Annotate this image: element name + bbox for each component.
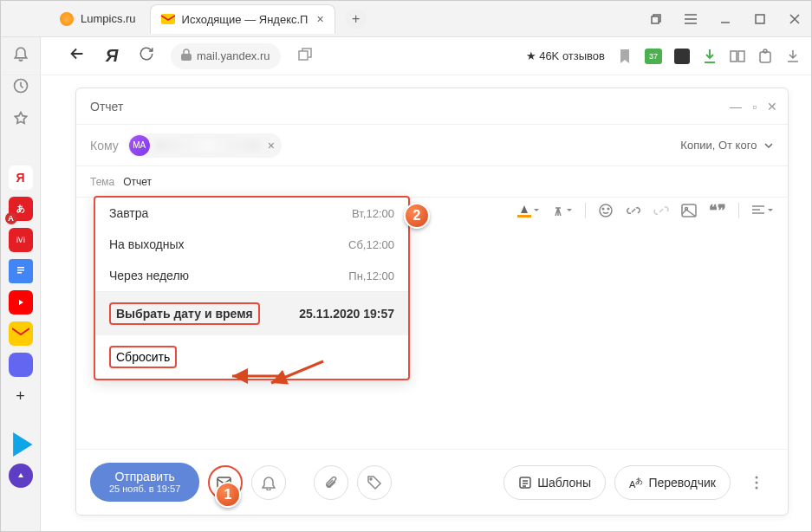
image-icon[interactable]	[681, 204, 697, 217]
schedule-option-label: Завтра	[109, 206, 148, 220]
callout-badge-2: 2	[404, 203, 430, 229]
svg-point-18	[602, 208, 604, 210]
translator-button[interactable]: Aあ Переводчик	[614, 465, 731, 500]
schedule-option-label: На выходных	[109, 237, 185, 251]
unlink-icon[interactable]	[653, 203, 669, 218]
copies-toggle[interactable]: Копии, От кого	[680, 139, 774, 152]
schedule-custom-label: Выбрать дату и время	[109, 302, 260, 325]
extension-icon[interactable]	[674, 49, 690, 64]
recipient-name-blurred	[155, 139, 259, 152]
reload-button[interactable]	[136, 46, 157, 66]
svg-rect-3	[17, 267, 24, 269]
menu-icon[interactable]	[681, 10, 700, 29]
svg-rect-4	[17, 269, 24, 271]
translator-label: Переводчик	[648, 476, 716, 490]
download-ext-icon[interactable]	[702, 49, 718, 64]
history-icon[interactable]	[9, 74, 33, 98]
translate-app-icon[interactable]: あ A	[9, 197, 33, 221]
compose-expand-icon[interactable]: ▫	[752, 100, 757, 114]
youtube-app-icon[interactable]	[9, 290, 33, 315]
schedule-custom-row[interactable]: Выбрать дату и время 25.11.2020 19:57	[95, 292, 408, 335]
send-button[interactable]: Отправить 25 нояб. в 19:57	[90, 463, 199, 503]
compose-header: Отчет — ▫ ✕	[76, 88, 788, 125]
recipient-avatar: MA	[129, 135, 150, 156]
compose-subject-row: Тема Отчет	[76, 166, 788, 198]
svg-point-28	[756, 486, 758, 489]
tab-favicon	[161, 12, 175, 26]
compose-panel: Отчет — ▫ ✕ Кому MA × Копии, От кого Тем…	[75, 88, 789, 516]
tab-yandex-mail[interactable]: Исходящие — Яндекс.П ×	[150, 4, 335, 34]
svg-rect-12	[181, 54, 192, 61]
link-icon[interactable]	[626, 203, 641, 218]
share-icon[interactable]	[295, 48, 315, 64]
svg-point-19	[607, 208, 609, 210]
attach-button[interactable]	[314, 465, 348, 500]
extensions-icon[interactable]	[757, 49, 773, 64]
tab-close-icon[interactable]: ×	[316, 12, 323, 26]
copy-window-icon[interactable]	[646, 10, 666, 29]
compose-close-icon[interactable]: ✕	[767, 100, 777, 114]
bookmark-icon[interactable]	[617, 49, 633, 64]
maximize-icon[interactable]	[750, 10, 770, 29]
tab-title: Lumpics.ru	[81, 12, 136, 25]
font-size-icon[interactable]	[552, 204, 573, 217]
lock-icon	[181, 49, 192, 63]
schedule-option-time: Сб,12:00	[348, 238, 394, 251]
reviews-badge[interactable]: ★ 46K отзывов	[526, 49, 605, 62]
media-app-icon[interactable]	[9, 432, 33, 457]
mail-app-icon[interactable]	[9, 321, 33, 346]
address-bar[interactable]: mail.yandex.ru	[171, 43, 281, 69]
annotation-arrow	[224, 367, 284, 385]
reader-ext-icon[interactable]	[730, 49, 745, 64]
templates-button[interactable]: Шаблоны	[503, 465, 606, 500]
app-icon[interactable]	[9, 353, 33, 377]
recipient-chip[interactable]: MA ×	[127, 133, 282, 158]
more-button[interactable]	[739, 465, 774, 500]
browser-toolbar: Я mail.yandex.ru ★ 46K отзывов 37	[1, 37, 811, 75]
svg-rect-16	[517, 215, 531, 217]
svg-point-24	[370, 478, 372, 480]
tab-title: Исходящие — Яндекс.П	[182, 13, 309, 26]
add-app-icon[interactable]: +	[9, 384, 33, 408]
send-label: Отправить	[114, 470, 174, 483]
text-color-icon[interactable]	[517, 204, 540, 217]
downloads-icon[interactable]	[785, 49, 801, 64]
svg-point-15	[763, 49, 767, 53]
yandex-home-icon[interactable]: Я	[101, 46, 122, 66]
chip-remove-icon[interactable]: ×	[268, 139, 275, 152]
svg-rect-9	[161, 14, 175, 24]
yandex-app-icon[interactable]: Я	[9, 165, 33, 190]
compose-minimize-icon[interactable]: —	[730, 100, 742, 114]
schedule-option-time: Вт,12:00	[352, 207, 394, 220]
minimize-icon[interactable]	[716, 10, 735, 29]
schedule-option-nextweek[interactable]: Через неделю Пн,12:00	[95, 260, 408, 291]
tag-button[interactable]	[357, 465, 392, 500]
align-icon[interactable]	[751, 204, 774, 217]
schedule-option-tomorrow[interactable]: Завтра Вт,12:00	[95, 198, 408, 229]
schedule-popup: Завтра Вт,12:00 На выходных Сб,12:00 Чер…	[94, 196, 410, 380]
tab-lumpics[interactable]: Lumpics.ru	[49, 4, 146, 34]
toolbar-divider	[585, 203, 586, 218]
svg-rect-10	[652, 16, 659, 23]
bookmarks-star-icon[interactable]	[9, 107, 33, 131]
alice-icon[interactable]	[9, 464, 33, 488]
ivi-app-icon[interactable]: ᎥᏙᎥ	[9, 228, 33, 252]
svg-rect-14	[760, 52, 770, 62]
svg-rect-5	[17, 272, 22, 274]
svg-point-17	[600, 204, 612, 217]
emoji-icon[interactable]	[598, 203, 614, 218]
docs-app-icon[interactable]	[9, 259, 33, 283]
tab-bar: Lumpics.ru Исходящие — Яндекс.П × +	[1, 1, 811, 37]
close-window-icon[interactable]	[785, 10, 804, 29]
schedule-reset-label: Сбросить	[109, 346, 177, 368]
back-button[interactable]	[67, 44, 88, 68]
calendar-ext-icon[interactable]: 37	[645, 49, 662, 64]
new-tab-button[interactable]: +	[346, 9, 367, 29]
subject-value[interactable]: Отчет	[123, 176, 152, 188]
reminder-button[interactable]	[251, 465, 286, 500]
schedule-option-weekend[interactable]: На выходных Сб,12:00	[95, 229, 408, 260]
schedule-custom-time: 25.11.2020 19:57	[299, 307, 394, 321]
browser-sidebar: Я あ A ᎥᏙᎥ +	[1, 1, 41, 531]
compose-title: Отчет	[90, 100, 123, 114]
quote-icon[interactable]: ❝❞	[709, 201, 726, 220]
